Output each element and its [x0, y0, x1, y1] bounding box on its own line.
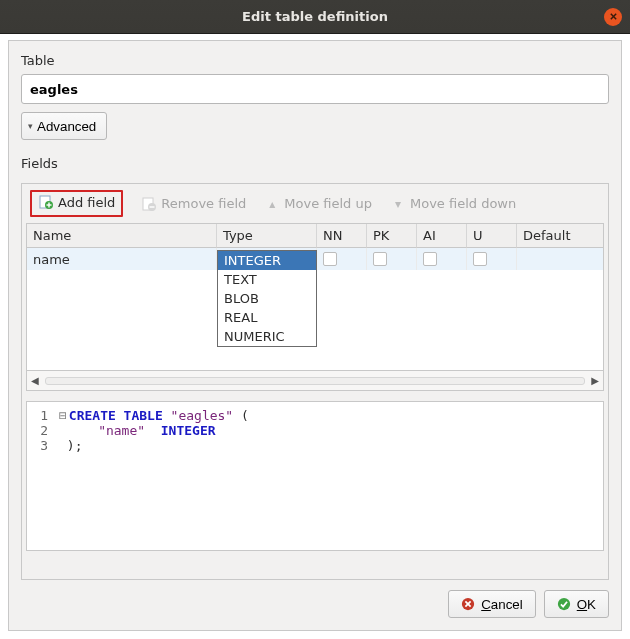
col-u[interactable]: U	[467, 224, 517, 248]
advanced-label: Advanced	[37, 119, 96, 134]
type-option-blob[interactable]: BLOB	[218, 289, 316, 308]
cell-default[interactable]	[517, 248, 603, 270]
scroll-left-icon[interactable]: ◀	[31, 375, 39, 386]
move-field-down-label: Move field down	[410, 196, 516, 211]
type-option-real[interactable]: REAL	[218, 308, 316, 327]
move-field-down-button[interactable]: ▾ Move field down	[390, 196, 516, 212]
scroll-track[interactable]	[45, 377, 586, 385]
u-checkbox[interactable]	[473, 252, 487, 266]
move-field-up-label: Move field up	[284, 196, 372, 211]
cancel-label: Cancel	[481, 597, 523, 612]
move-field-up-button[interactable]: ▴ Move field up	[264, 196, 372, 212]
col-default[interactable]: Default	[517, 224, 603, 248]
dialog-body: Table Advanced Fields Add field	[0, 34, 630, 639]
scroll-right-icon[interactable]: ▶	[591, 375, 599, 386]
pk-checkbox[interactable]	[373, 252, 387, 266]
cell-ai[interactable]	[417, 248, 467, 270]
type-option-text[interactable]: TEXT	[218, 270, 316, 289]
add-field-button[interactable]: Add field	[38, 194, 115, 210]
type-option-integer[interactable]: INTEGER	[218, 251, 316, 270]
fields-hscrollbar[interactable]: ◀ ▶	[26, 371, 604, 391]
ok-button[interactable]: OK	[544, 590, 609, 618]
fields-table: Name Type NN PK AI U Default name	[26, 223, 604, 371]
sql-code[interactable]: ⊟CREATE TABLE "eagles" ( "name" INTEGER …	[53, 402, 255, 550]
col-type[interactable]: Type	[217, 224, 317, 248]
ok-label: OK	[577, 597, 596, 612]
cell-nn[interactable]	[317, 248, 367, 270]
add-field-icon	[38, 194, 54, 210]
add-field-label: Add field	[58, 195, 115, 210]
col-ai[interactable]: AI	[417, 224, 467, 248]
table-header: Name Type NN PK AI U Default	[27, 224, 603, 248]
cell-u[interactable]	[467, 248, 517, 270]
advanced-toggle[interactable]: Advanced	[21, 112, 107, 140]
ai-checkbox[interactable]	[423, 252, 437, 266]
type-dropdown[interactable]: INTEGER TEXT BLOB REAL NUMERIC	[217, 250, 317, 347]
fields-label: Fields	[21, 156, 609, 171]
nn-checkbox[interactable]	[323, 252, 337, 266]
table-name-input[interactable]	[21, 74, 609, 104]
cell-pk[interactable]	[367, 248, 417, 270]
dialog-footer: Cancel OK	[21, 590, 609, 618]
col-pk[interactable]: PK	[367, 224, 417, 248]
arrow-down-icon: ▾	[390, 196, 406, 212]
remove-field-button[interactable]: Remove field	[141, 196, 246, 212]
col-name[interactable]: Name	[27, 224, 217, 248]
arrow-up-icon: ▴	[264, 196, 280, 212]
type-option-numeric[interactable]: NUMERIC	[218, 327, 316, 346]
cancel-icon	[461, 597, 475, 611]
titlebar: Edit table definition	[0, 0, 630, 34]
col-nn[interactable]: NN	[317, 224, 367, 248]
add-field-highlight: Add field	[30, 190, 123, 217]
sql-preview: 1 2 3 ⊟CREATE TABLE "eagles" ( "name" IN…	[26, 401, 604, 551]
svg-point-12	[558, 598, 570, 610]
table-label: Table	[21, 53, 609, 68]
window-close-button[interactable]	[604, 8, 622, 26]
cancel-button[interactable]: Cancel	[448, 590, 536, 618]
window-title: Edit table definition	[242, 9, 388, 24]
fold-icon[interactable]: ⊟	[59, 408, 67, 423]
remove-field-icon	[141, 196, 157, 212]
sql-gutter: 1 2 3	[27, 402, 53, 550]
cell-name[interactable]: name	[27, 248, 217, 270]
close-icon	[609, 12, 618, 21]
remove-field-label: Remove field	[161, 196, 246, 211]
ok-icon	[557, 597, 571, 611]
fields-toolbar: Add field Remove field ▴ Move field up	[26, 188, 604, 221]
